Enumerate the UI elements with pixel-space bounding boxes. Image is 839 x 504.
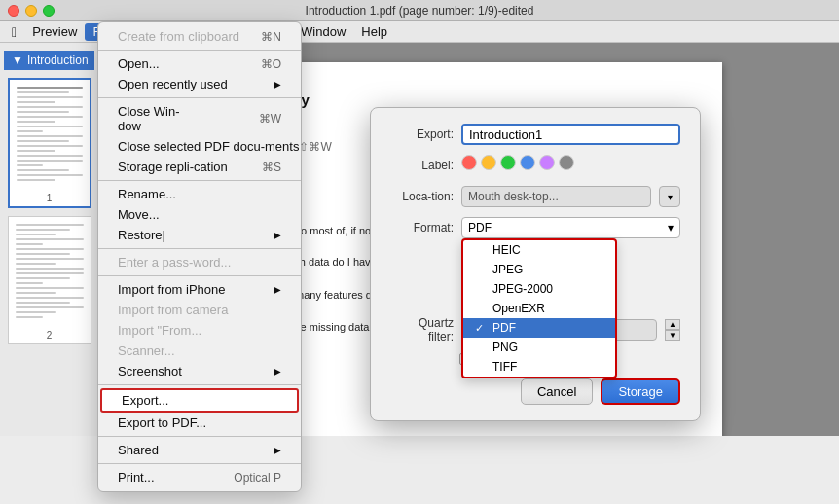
format-option-tiff[interactable]: TIFF [463,357,615,377]
thumb-lines-1 [13,83,87,188]
thumb-lines-2 [12,220,88,325]
export-row: Export: [390,124,680,145]
menu-item-enter-pass[interactable]: Enter a pass-word... [98,252,301,272]
menu-item-import-from[interactable]: Import "From... [98,320,301,341]
separator-3 [98,180,301,181]
format-options-list: HEIC JPEG JPEG-2000 OpenEXR ✓ PDF [461,238,617,378]
sidebar-header: ▼ Introduction [4,51,94,70]
format-option-heic[interactable]: HEIC [463,240,615,260]
thumbnail-page-2[interactable]: 2 [8,216,91,344]
label-color-blue[interactable] [520,155,535,170]
minimize-button[interactable] [25,5,37,17]
sidebar: ▼ Introduction [0,43,99,436]
pdf-page-title: owing y [255,91,683,108]
menu-item-import-iphone[interactable]: Import from iPhone ▶ [98,279,301,300]
menu-item-storage[interactable]: Storage repli-cation ⌘S [98,157,301,177]
page-number-1: 1 [13,193,87,203]
window-title: Introduction 1.pdf (page number: 1/9)-ed… [306,4,534,18]
format-option-png[interactable]: PNG [463,338,615,357]
close-button[interactable] [8,5,19,17]
location-row: Loca-tion: Mouth desk-top... ▾ [390,186,680,207]
menu-item-restore[interactable]: Restore| ▶ [98,225,301,245]
page-number-2: 2 [12,330,88,341]
separator-5 [98,275,301,276]
menu-item-print[interactable]: Print... Optical P [98,467,301,487]
label-label: Label: [390,159,454,172]
separator-2 [98,97,301,98]
thumbnail-content-1 [13,83,87,190]
menu-item-close-window[interactable]: Close Win-dow ⌘W [98,101,301,136]
label-color-green[interactable] [500,155,516,170]
menu-item-rename[interactable]: Rename... [98,184,301,204]
menu-item-shared[interactable]: Shared ▶ [98,440,301,460]
format-option-pdf[interactable]: ✓ PDF [463,318,615,338]
label-color-red[interactable] [461,155,477,170]
label-color-gray[interactable] [559,155,574,170]
label-row: Label: [390,155,680,176]
menu-item-create-from-clipboard[interactable]: Create from clipboard ⌘N [98,26,301,47]
menu-item-import-camera[interactable]: Import from camera [98,300,301,320]
menu-item-open[interactable]: Open... ⌘O [98,54,301,74]
export-label: Export: [390,127,454,141]
traffic-lights [8,5,55,17]
apple-menu[interactable]:  [4,23,24,41]
format-option-jpeg2000[interactable]: JPEG-2000 [463,279,615,299]
maximize-button[interactable] [43,5,55,17]
file-dropdown-menu: Create from clipboard ⌘N Open... ⌘O Open… [97,21,302,492]
separator-4 [98,248,301,249]
separator-6 [98,384,301,385]
export-dialog: Export: Label: Loca-tion: Mouth desk-top… [370,107,701,421]
storage-button[interactable]: Storage [601,378,680,405]
format-label: Format: [390,221,454,234]
menu-item-screenshot[interactable]: Screenshot ▶ [98,361,301,381]
menu-item-scanner[interactable]: Scanner... [98,341,301,361]
location-input[interactable]: Mouth desk-top... [461,186,651,207]
separator-8 [98,463,301,464]
quartz-stepper: ▲ ▼ [665,319,680,341]
dialog-buttons: Cancel Storage [390,378,680,405]
sidebar-header-label: Introduction [27,54,89,67]
menu-item-export-pdf[interactable]: Export to PDF... [98,413,301,433]
thumbnail-content-2 [12,220,88,327]
format-dropdown: PDF ▾ HEIC JPEG JPEG-2000 [461,217,680,238]
quartz-filter-label: Quartz filter: [390,316,454,343]
title-bar: Introduction 1.pdf (page number: 1/9)-ed… [0,0,839,21]
menu-item-export[interactable]: Export... [100,388,299,413]
cancel-button[interactable]: Cancel [521,378,593,405]
menu-item-open-recently[interactable]: Open recently used ▶ [98,74,301,94]
menu-item-move[interactable]: Move... [98,204,301,225]
menu-item-close-pdf[interactable]: Close selected PDF docu-ments ⇧⌘W [98,136,301,157]
format-select-button[interactable]: PDF ▾ [461,217,680,238]
separator-1 [98,50,301,51]
menu-window[interactable]: Window [293,23,353,41]
location-label: Loca-tion: [390,190,454,203]
label-color-yellow[interactable] [481,155,496,170]
format-option-jpeg[interactable]: JPEG [463,260,615,279]
quartz-stepper-down[interactable]: ▼ [665,330,680,341]
sidebar-collapse-icon[interactable]: ▼ [12,54,23,67]
location-dropdown-button[interactable]: ▾ [659,186,680,207]
quartz-stepper-up[interactable]: ▲ [665,319,680,330]
export-filename-input[interactable] [461,124,680,145]
format-option-openexr[interactable]: OpenEXR [463,299,615,318]
separator-7 [98,436,301,437]
menu-preview[interactable]: Preview [24,23,85,41]
thumbnail-page-1[interactable]: 1 [8,78,91,208]
label-color-purple[interactable] [539,155,555,170]
format-row: Format: PDF ▾ HEIC JPEG JPEG-2000 [390,217,680,238]
menu-help[interactable]: Help [353,23,395,41]
